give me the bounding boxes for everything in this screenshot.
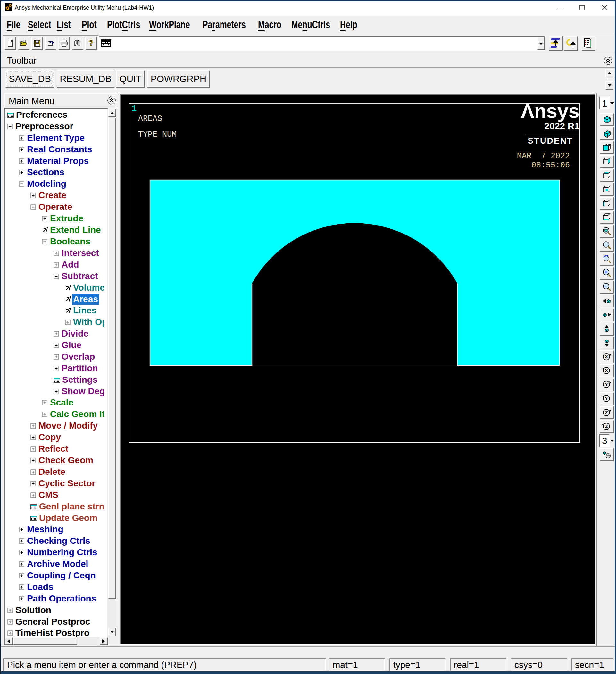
svg-text:X: X xyxy=(605,368,608,373)
svg-text:Y: Y xyxy=(605,396,608,401)
svg-text:Z: Z xyxy=(605,410,608,415)
svg-text:Y: Y xyxy=(605,381,608,387)
svg-text:?: ? xyxy=(89,39,94,47)
svg-text:Z: Z xyxy=(605,424,608,429)
svg-text:X: X xyxy=(605,354,608,359)
